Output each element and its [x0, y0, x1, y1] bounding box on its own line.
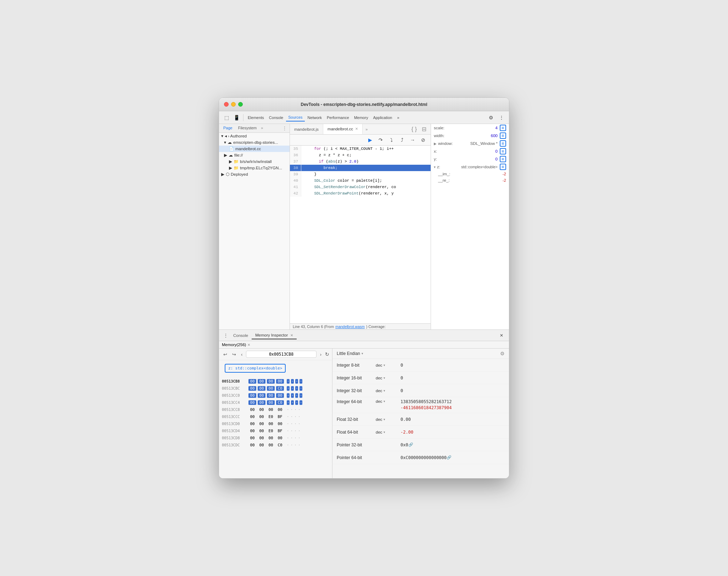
tree-authored[interactable]: ▾ ◂ › Authored: [219, 133, 290, 139]
byte-3-3[interactable]: C0: [276, 400, 284, 405]
byte-0-3[interactable]: 00: [276, 379, 284, 384]
byte-4-2[interactable]: 00: [267, 407, 275, 412]
byte-2-1[interactable]: 00: [258, 393, 265, 398]
byte-6-2[interactable]: 00: [267, 422, 275, 426]
byte-4-1[interactable]: 00: [258, 407, 265, 412]
byte-5-3[interactable]: BF: [276, 414, 284, 419]
tab-elements[interactable]: Elements: [246, 114, 266, 121]
prev-button[interactable]: ‹: [240, 351, 244, 358]
step-button[interactable]: →: [408, 135, 417, 145]
byte-8-1[interactable]: 00: [258, 436, 265, 440]
int8-fmt[interactable]: dec ▾: [376, 363, 401, 367]
scope-z-memory-icon[interactable]: ⊞: [500, 164, 506, 170]
interpreter-settings[interactable]: ⚙: [500, 351, 505, 356]
byte-5-0[interactable]: 00: [248, 414, 256, 419]
memory-tag-close[interactable]: ✕: [247, 343, 250, 347]
float64-fmt[interactable]: dec ▾: [376, 430, 401, 434]
byte-9-0[interactable]: 00: [248, 443, 256, 447]
inspect-icon[interactable]: ⬚: [222, 113, 231, 122]
byte-5-1[interactable]: 00: [258, 414, 265, 419]
wasm-link[interactable]: mandelbrot.wasm: [335, 324, 365, 329]
byte-2-2[interactable]: 00: [267, 393, 275, 398]
bottom-dots-menu[interactable]: ⋮: [222, 333, 230, 338]
refresh-button[interactable]: ↻: [325, 351, 329, 357]
byte-9-2[interactable]: 00: [267, 443, 275, 447]
step-over-button[interactable]: ↷: [376, 135, 385, 145]
tree-mandelbrot-cc[interactable]: 📄 mandelbrot.cc: [219, 146, 290, 152]
tab-sources[interactable]: Sources: [286, 114, 304, 122]
sidebar-tab-more[interactable]: »: [259, 124, 264, 132]
tab-mandelbrot-cc[interactable]: mandelbrot.cc ✕: [323, 124, 363, 134]
int64-fmt[interactable]: dec ▾: [376, 399, 401, 403]
device-toggle-icon[interactable]: 📱: [232, 113, 241, 122]
back-button[interactable]: ↩: [222, 351, 229, 358]
scope-x-icon[interactable]: ⊞: [500, 148, 506, 154]
byte-3-2[interactable]: 00: [267, 400, 275, 405]
byte-1-3[interactable]: C0: [276, 386, 284, 391]
byte-4-3[interactable]: 00: [276, 407, 284, 412]
scope-y-icon[interactable]: ⊞: [500, 156, 506, 162]
float32-fmt[interactable]: dec ▾: [376, 417, 401, 422]
minimize-button[interactable]: [231, 102, 236, 107]
resume-button[interactable]: ▶: [365, 135, 375, 145]
byte-5-2[interactable]: E0: [267, 414, 275, 419]
byte-6-0[interactable]: 00: [248, 422, 256, 426]
step-out-button[interactable]: ⤴: [397, 135, 407, 145]
sidebar-more-menu[interactable]: ⋮: [281, 124, 288, 132]
tab-more[interactable]: »: [363, 126, 370, 133]
address-input[interactable]: [246, 351, 316, 358]
close-button[interactable]: [224, 102, 229, 107]
bottom-tab-memory-inspector[interactable]: Memory Inspector ✕: [252, 332, 297, 339]
memory-inspector-close[interactable]: ✕: [290, 333, 293, 337]
byte-1-2[interactable]: 00: [267, 386, 275, 391]
code-editor[interactable]: 35 for (; i < MAX_ITER_COUNT - 1; i++ 36…: [290, 146, 431, 323]
int16-fmt[interactable]: dec ▾: [376, 376, 401, 380]
scope-scale-icon[interactable]: ⊞: [500, 125, 506, 131]
format-icon[interactable]: { }: [410, 125, 418, 133]
byte-1-0[interactable]: 00: [248, 386, 256, 391]
tree-install[interactable]: ▶ 📁 b/s/w/ir/x/w/install: [219, 158, 290, 165]
tab-mandelbrot-js[interactable]: mandelbrot.js: [290, 124, 323, 134]
deactivate-button[interactable]: ⊘: [419, 135, 428, 145]
byte-2-0[interactable]: 00: [248, 393, 256, 398]
tab-more[interactable]: »: [395, 114, 401, 121]
byte-7-2[interactable]: E0: [267, 429, 275, 433]
byte-2-3[interactable]: 00: [276, 393, 284, 398]
tab-application[interactable]: Application: [371, 114, 394, 121]
byte-4-0[interactable]: 00: [248, 407, 256, 412]
byte-8-3[interactable]: 00: [276, 436, 284, 440]
scope-window-icon[interactable]: ⊞: [500, 140, 506, 147]
byte-7-0[interactable]: 00: [248, 429, 256, 433]
settings-icon[interactable]: ⚙: [486, 113, 495, 122]
bottom-tab-console[interactable]: Console: [230, 332, 252, 339]
tab-console[interactable]: Console: [267, 114, 285, 121]
tree-emscripten-host[interactable]: ▾ ☁ emscripten-dbg-stories...: [219, 139, 290, 146]
tree-file[interactable]: ▶ ☁ file://: [219, 152, 290, 158]
ptr32-link[interactable]: 🔗: [408, 442, 413, 447]
more-options-icon[interactable]: ⋮: [497, 113, 506, 122]
byte-3-1[interactable]: 00: [258, 400, 265, 405]
byte-8-2[interactable]: 00: [267, 436, 275, 440]
byte-6-1[interactable]: 00: [258, 422, 265, 426]
int32-fmt[interactable]: dec ▾: [376, 389, 401, 393]
byte-7-3[interactable]: BF: [276, 429, 284, 433]
byte-6-3[interactable]: 00: [276, 422, 284, 426]
byte-9-1[interactable]: 00: [258, 443, 265, 447]
next-button[interactable]: ›: [319, 351, 323, 358]
step-into-button[interactable]: ⤵: [387, 135, 396, 145]
tab-network[interactable]: Network: [306, 114, 324, 121]
panel-icon[interactable]: ⊟: [420, 125, 428, 133]
byte-3-0[interactable]: 00: [248, 400, 256, 405]
tab-cc-close[interactable]: ✕: [355, 127, 358, 131]
sidebar-tab-page[interactable]: Page: [220, 124, 235, 132]
forward-button[interactable]: ↪: [231, 351, 237, 358]
byte-8-0[interactable]: 00: [248, 436, 256, 440]
tab-memory[interactable]: Memory: [352, 114, 370, 121]
sidebar-tab-filesystem[interactable]: Filesystem: [235, 124, 260, 132]
byte-9-3[interactable]: C0: [276, 443, 284, 447]
byte-0-1[interactable]: 00: [258, 379, 265, 384]
scope-width-icon[interactable]: ⊞: [500, 132, 506, 139]
byte-0-2[interactable]: 00: [267, 379, 275, 384]
byte-1-1[interactable]: 00: [258, 386, 265, 391]
byte-7-1[interactable]: 00: [258, 429, 265, 433]
